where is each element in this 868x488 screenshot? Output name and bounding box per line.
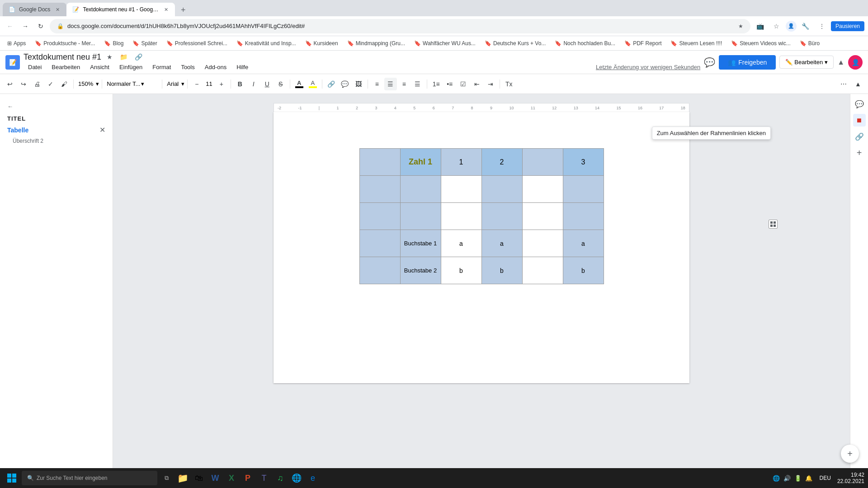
pause-button[interactable]: Pausieren <box>831 21 864 31</box>
word-button[interactable]: W <box>208 471 222 485</box>
profile-pic[interactable]: 👤 <box>786 21 797 32</box>
bookmark-steuern-lesen[interactable]: 🔖 Steuern Lesen !!!! <box>667 39 726 47</box>
clear-formatting-button[interactable]: Tx <box>503 78 515 90</box>
bookmark-button[interactable]: ☆ <box>769 19 784 33</box>
back-button[interactable]: ← <box>4 20 16 33</box>
style-selector[interactable]: Normaler T... ▾ <box>105 80 159 87</box>
underline-button[interactable]: U <box>261 78 274 90</box>
tab-close-1[interactable]: ✕ <box>54 6 61 13</box>
file-explorer-button[interactable]: 📁 <box>175 471 190 485</box>
document-table[interactable]: Zahl 1 1 2 3 <box>359 148 604 284</box>
spellcheck-button[interactable]: ✓ <box>44 78 57 90</box>
forward-button[interactable]: → <box>19 20 32 33</box>
tab-close-2[interactable]: ✕ <box>162 6 170 13</box>
bookmark-hochladen[interactable]: 🔖 Noch hochladen Bu... <box>551 39 619 47</box>
table-cell-r4c5[interactable] <box>522 230 563 257</box>
teams-button[interactable]: T <box>257 471 271 485</box>
table-cell-r5c1[interactable] <box>359 257 400 284</box>
notifications-icon[interactable]: 🔔 <box>804 474 813 483</box>
align-center-button[interactable]: ☰ <box>384 78 397 90</box>
folder-icon[interactable]: 📁 <box>118 52 129 61</box>
table-cell-r1c3[interactable]: 1 <box>441 149 481 176</box>
sidebar-format-icon[interactable]: ■ <box>853 114 866 127</box>
bookmark-kreativitaet[interactable]: 🔖 Kreativität und Insp... <box>233 39 300 47</box>
table-cell-r4c1[interactable] <box>359 230 400 257</box>
align-justify-button[interactable]: ☰ <box>411 78 424 90</box>
table-cell-r1c4[interactable]: 2 <box>481 149 522 176</box>
new-tab-button[interactable]: + <box>177 4 189 16</box>
star-icon[interactable]: ★ <box>105 52 114 61</box>
table-cell-r2c1[interactable] <box>359 176 400 203</box>
sidebar-add-icon[interactable]: + <box>853 146 866 159</box>
doc-area[interactable]: -2-1|123456789101112131415161718 Zahl 1 … <box>113 94 850 488</box>
document-page[interactable]: Zahl 1 1 2 3 <box>274 112 689 383</box>
table-cell-r3c2[interactable] <box>400 203 441 230</box>
menu-einfuegen[interactable]: Einfügen <box>115 62 147 72</box>
sidebar-link-icon[interactable]: 🔗 <box>853 130 866 143</box>
reload-button[interactable]: ↻ <box>34 20 47 33</box>
table-cell-r1c5[interactable] <box>522 149 563 176</box>
table-cell-r3c3[interactable] <box>441 203 481 230</box>
extensions-button[interactable]: 🔧 <box>798 19 813 33</box>
doc-title[interactable]: Textdokument neu #1 <box>24 52 101 62</box>
bullet-list-button[interactable]: •≡ <box>443 78 456 90</box>
table-cell-r5c5[interactable] <box>522 257 563 284</box>
strikethrough-button[interactable]: S <box>274 78 287 90</box>
font-size-increase[interactable]: + <box>215 78 228 90</box>
decrease-indent-button[interactable]: ⇤ <box>471 78 483 90</box>
numbered-list-button[interactable]: 1≡ <box>430 78 443 90</box>
table-cell-r3c5[interactable] <box>522 203 563 230</box>
table-cell-r2c4[interactable] <box>481 176 522 203</box>
table-cell-r5c6[interactable]: b <box>563 257 604 284</box>
undo-button[interactable]: ↩ <box>4 78 16 90</box>
bookmark-wahlfaecher[interactable]: 🔖 Wahlfächer WU Aus... <box>410 39 479 47</box>
bookmark-deutsche-kurs[interactable]: 🔖 Deutsche Kurs + Vo... <box>481 39 549 47</box>
edit-mode-button[interactable]: ✏️ Bearbeiten ▾ <box>779 56 834 69</box>
text-color-button[interactable]: A <box>293 78 306 90</box>
powerpoint-button[interactable]: P <box>241 471 255 485</box>
battery-icon[interactable]: 🔋 <box>793 474 802 483</box>
align-right-button[interactable]: ≡ <box>398 78 410 90</box>
table-cell-r4c3[interactable]: a <box>441 230 481 257</box>
table-cell-r3c1[interactable] <box>359 203 400 230</box>
menu-ansicht[interactable]: Ansicht <box>85 62 114 72</box>
redo-button[interactable]: ↪ <box>17 78 30 90</box>
font-size-decrease[interactable]: − <box>190 78 203 90</box>
share-button[interactable]: 👥 Freigeben <box>719 55 776 70</box>
bookmark-produktsuche[interactable]: 🔖 Produktsuche - Mer... <box>31 39 99 47</box>
cast-button[interactable]: 📺 <box>753 19 768 33</box>
network-icon[interactable]: 🌐 <box>772 474 781 483</box>
tab-textdokument[interactable]: 📝 Textdokument neu #1 - Google ... ✕ <box>66 3 175 16</box>
bookmark-pdf-report[interactable]: 🔖 PDF Report <box>621 39 665 47</box>
menu-datei[interactable]: Datei <box>24 62 46 72</box>
increase-indent-button[interactable]: ⇥ <box>484 78 497 90</box>
insert-comment-button[interactable]: 💬 <box>339 78 351 90</box>
table-cell-r5c3[interactable]: b <box>441 257 481 284</box>
spotify-button[interactable]: ♫ <box>273 471 288 485</box>
bookmark-buero[interactable]: 🔖 Büro <box>796 39 823 47</box>
table-cell-r2c5[interactable] <box>522 176 563 203</box>
table-cell-r2c3[interactable] <box>441 176 481 203</box>
language-indicator[interactable]: DEU <box>817 474 834 482</box>
outline-item-ueberschrift2[interactable]: Überschrift 2 <box>0 136 113 146</box>
comment-icon[interactable]: 💬 <box>704 57 715 68</box>
font-selector[interactable]: Arial ▾ <box>165 80 184 87</box>
menu-bearbeiten[interactable]: Bearbeiten <box>47 62 85 72</box>
menu-hilfe[interactable]: Hilfe <box>232 62 253 72</box>
bookmark-spaeter[interactable]: 🔖 Später <box>129 39 160 47</box>
table-cell-r3c4[interactable] <box>481 203 522 230</box>
address-bar[interactable]: 🔒 docs.google.com/document/d/1hUH8k6h7Lb… <box>50 19 750 33</box>
more-formatting-button[interactable]: ⋯ <box>837 78 850 90</box>
menu-format[interactable]: Format <box>148 62 175 72</box>
italic-button[interactable]: I <box>247 78 260 90</box>
zoom-selector[interactable]: 150% ▾ <box>76 80 99 87</box>
bookmark-apps[interactable]: ⊞ Apps <box>4 39 29 47</box>
table-resize-handle[interactable] <box>769 220 778 229</box>
insert-image-button[interactable]: 🖼 <box>352 78 365 90</box>
page-action-button[interactable]: + <box>841 445 859 463</box>
table-cell-r4c4[interactable]: a <box>481 230 522 257</box>
menu-addons[interactable]: Add-ons <box>200 62 231 72</box>
align-left-button[interactable]: ≡ <box>371 78 383 90</box>
collapse-toolbar-button[interactable]: ▲ <box>852 78 864 90</box>
print-button[interactable]: 🖨 <box>31 78 43 90</box>
